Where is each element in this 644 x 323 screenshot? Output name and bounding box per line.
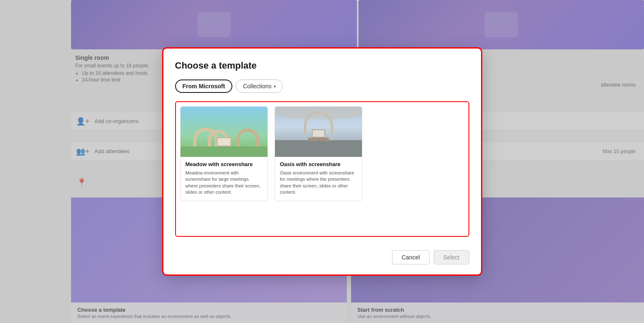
meadow-desc: Meadow environment with screenshare for … xyxy=(186,170,262,196)
oasis-title: Oasis with screenshare xyxy=(280,161,357,167)
modal-title: Choose a template xyxy=(175,60,469,71)
arch-right xyxy=(236,128,259,149)
template-tabs: From Microsoft Collections ▾ xyxy=(175,79,469,93)
collections-label: Collections xyxy=(243,83,271,90)
template-card-oasis[interactable]: Oasis with screenshare Oasis environment… xyxy=(275,106,362,201)
oasis-screen xyxy=(312,129,325,138)
cancel-button[interactable]: Cancel xyxy=(392,250,430,264)
meadow-title: Meadow with screenshare xyxy=(186,161,262,167)
chevron-down-icon: ▾ xyxy=(274,84,276,89)
template-card-meadow[interactable]: Meadow with screenshare Meadow environme… xyxy=(180,106,268,201)
oasis-table xyxy=(308,138,329,141)
oasis-card-body: Oasis with screenshare Oasis environment… xyxy=(275,157,362,201)
choose-template-modal: Choose a template From Microsoft Collect… xyxy=(163,49,481,274)
modal-footer: Cancel Select xyxy=(175,245,469,264)
tab-from-microsoft[interactable]: From Microsoft xyxy=(175,79,233,93)
grass-floor xyxy=(181,146,267,157)
screen-rect xyxy=(216,137,231,146)
template-grid: Meadow with screenshare Meadow environme… xyxy=(175,101,469,237)
tab-collections[interactable]: Collections ▾ xyxy=(236,79,283,93)
meadow-card-body: Meadow with screenshare Meadow environme… xyxy=(181,157,267,201)
meadow-image xyxy=(181,107,267,157)
select-button[interactable]: Select xyxy=(434,250,469,264)
oasis-desc: Oasis environment with screenshare for m… xyxy=(280,170,357,196)
oasis-image xyxy=(275,107,362,157)
